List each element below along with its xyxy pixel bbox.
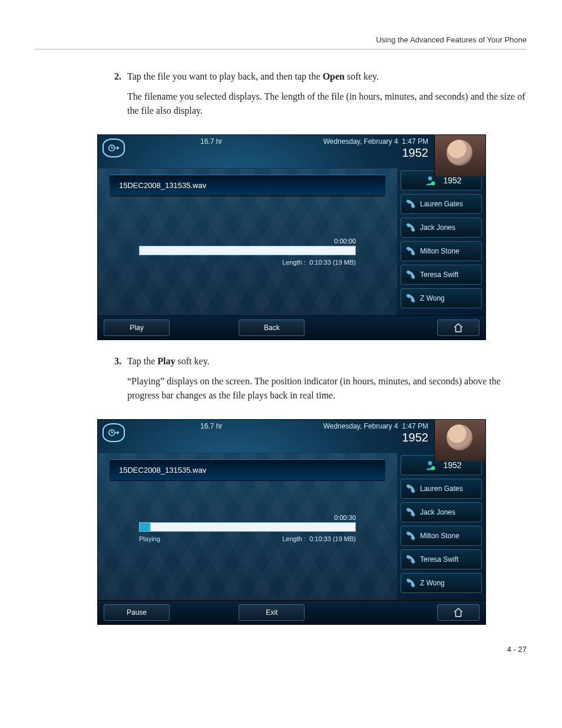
home-button[interactable] [437,604,480,621]
step-number: 2. [106,70,127,124]
svg-point-5 [431,466,435,470]
phone-screenshot-1: 16.7 hr Wednesday, February 4 1:47 PM 19… [35,134,527,340]
side-item-contact[interactable]: Jack Jones [401,502,482,522]
filename-label: 15DEC2008_131535.wav [119,466,206,475]
extension-display: 1952 [323,430,428,444]
step-2-line-2: The filename you selected displays. The … [127,90,527,118]
phone-icon [404,576,418,590]
hours-indicator: 16.7 hr [200,422,222,444]
playback-position: 0:00:00 [139,238,356,245]
selected-file-row[interactable]: 15DEC2008_131535.wav [110,174,385,196]
progress-bar[interactable] [139,522,356,532]
step-3-line-2: “Playing” displays on the screen. The po… [127,374,527,403]
page-header: Using the Advanced Features of Your Phon… [35,35,527,50]
phone-icon [404,268,418,282]
side-item-contact[interactable]: Z Wong [401,288,482,308]
section-title: Using the Advanced Features of Your Phon… [376,35,527,44]
side-item-contact[interactable]: Lauren Gates [401,194,482,214]
step-2-line-1: Tap the file you want to play back, and … [127,70,527,84]
length-label: Length : [282,259,306,266]
avatar [434,135,485,176]
phone-icon [404,197,418,211]
softkey-pause[interactable]: Pause [104,604,170,621]
side-item-contact[interactable]: Milton Stone [401,241,482,261]
phone-icon [404,220,418,235]
selected-file-row[interactable]: 15DEC2008_131535.wav [110,459,385,481]
side-item-contact[interactable]: Z Wong [401,573,482,593]
phone-screenshot-2: 16.7 hr Wednesday, February 4 1:47 PM 19… [35,419,527,625]
avatar [434,420,485,461]
time-label: 1:47 PM [402,422,428,430]
clock-icon [103,139,125,157]
speed-dial-list: 1952 Lauren Gates Jack Jones Milton Ston… [397,453,485,600]
step-3-line-1: Tap the Play soft key. [127,354,527,368]
phone-icon [404,291,418,305]
svg-point-1 [428,176,432,180]
page-number: 4 - 27 [35,645,527,654]
side-item-contact[interactable]: Lauren Gates [401,479,482,499]
filename-label: 15DEC2008_131535.wav [119,181,206,190]
extension-display: 1952 [323,146,428,160]
phone-icon [404,505,418,519]
length-value: 0:10:33 (19 MB) [309,259,356,266]
side-item-contact[interactable]: Teresa Swift [401,265,482,285]
home-icon [453,607,464,618]
playback-position: 0:00:30 [139,514,356,521]
speed-dial-list: 1952 Lauren Gates Jack Jones Milton Ston… [397,168,485,315]
step-3: 3. Tap the Play soft key. “Playing” disp… [106,354,527,409]
progress-fill [140,523,150,531]
clock-icon [103,423,125,442]
softkey-back[interactable]: Back [239,319,305,336]
side-item-contact[interactable]: Milton Stone [401,526,482,546]
svg-point-2 [431,182,435,186]
phone-icon [404,552,418,566]
length-label: Length : [282,535,306,542]
svg-point-4 [428,461,432,465]
date-label: Wednesday, February 4 [323,422,398,430]
date-label: Wednesday, February 4 [323,137,398,146]
length-value: 0:10:33 (19 MB) [309,535,356,542]
home-icon [453,322,464,333]
phone-icon [404,482,418,496]
playback-status: Playing [139,535,160,542]
step-2: 2. Tap the file you want to play back, a… [106,70,527,124]
step-number: 3. [106,354,127,409]
home-button[interactable] [437,319,480,336]
side-item-contact[interactable]: Jack Jones [401,218,482,238]
side-item-contact[interactable]: Teresa Swift [401,549,482,569]
softkey-exit[interactable]: Exit [239,604,305,621]
phone-icon [404,244,418,258]
phone-icon [404,529,418,543]
softkey-play[interactable]: Play [104,319,170,336]
progress-bar[interactable] [139,246,356,255]
hours-indicator: 16.7 hr [200,137,222,160]
time-label: 1:47 PM [402,137,428,146]
